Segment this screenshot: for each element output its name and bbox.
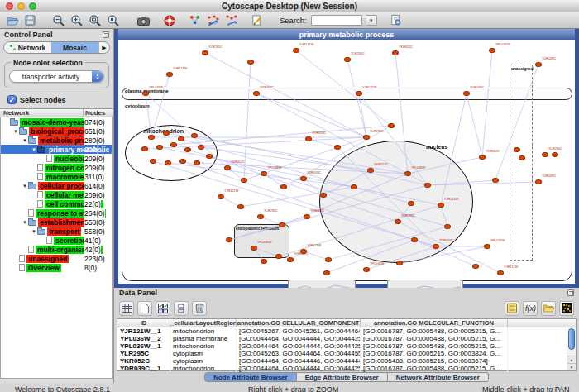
network-node[interactable] (492, 178, 499, 183)
tree-row[interactable]: cell communicat22(0) (1, 199, 112, 208)
network-node[interactable] (351, 184, 357, 189)
vizmapper-icon[interactable] (188, 13, 202, 27)
network-node[interactable] (218, 194, 224, 199)
network-node[interactable] (388, 123, 395, 128)
new-attribute-icon[interactable] (137, 301, 152, 316)
network-node[interactable] (535, 62, 542, 67)
matrix-view-icon[interactable] (559, 301, 574, 316)
network-node[interactable] (542, 152, 548, 157)
table-row[interactable]: YJR121W__1mitochondrion[GO:0045267, GO:0… (117, 327, 576, 335)
network-node[interactable] (519, 155, 525, 160)
table-column-header[interactable]: annotation.GO MOLECULAR_FUNCTION (361, 319, 508, 327)
tree-row[interactable]: ▼biological_process651(0) (1, 127, 112, 136)
attribute-pair-icon[interactable] (174, 301, 189, 316)
annotations-icon[interactable] (250, 13, 264, 27)
tree-row[interactable]: mosaic-demo-yeast874(0) (1, 117, 112, 127)
tree-row[interactable]: ▼metabolic process280(0) (1, 136, 112, 145)
network-node[interactable] (178, 136, 184, 141)
zoom-selected-icon[interactable] (106, 13, 120, 27)
table-column-header[interactable] (508, 319, 576, 327)
tree-row[interactable]: macromolecule311(0) (1, 172, 112, 181)
network-node[interactable] (395, 219, 401, 224)
network-node[interactable] (156, 145, 163, 150)
tree-row[interactable]: ▼cellular process614(0) (1, 181, 112, 190)
network-node[interactable] (184, 147, 191, 152)
minimize-button[interactable] (17, 2, 25, 10)
network-node[interactable] (261, 259, 267, 264)
network-node[interactable] (280, 184, 287, 189)
tree-col-network[interactable]: Network (0, 109, 84, 117)
tree-row[interactable]: ▼establishment of lo558(0) (1, 218, 112, 227)
search-dropdown-arrow[interactable]: ▼ (366, 15, 377, 26)
network-node[interactable] (424, 183, 431, 188)
network-node[interactable] (194, 160, 200, 165)
snapshot-icon[interactable] (136, 13, 151, 27)
tab-network[interactable]: Network (4, 42, 51, 53)
zoom-out-icon[interactable] (51, 13, 65, 27)
network-node[interactable] (293, 48, 299, 53)
network-node[interactable] (367, 168, 374, 173)
help-icon[interactable] (162, 13, 176, 27)
network-node[interactable] (344, 57, 351, 62)
table-column-header[interactable]: ID (117, 319, 170, 327)
network-node[interactable] (253, 91, 260, 96)
network-node[interactable] (433, 244, 439, 249)
network-node[interactable] (226, 237, 232, 242)
table-row[interactable]: YDR039C__1mitochondrion[GO:0044464, GO:0… (117, 365, 576, 372)
network-node[interactable] (489, 48, 495, 53)
network-node[interactable] (363, 267, 370, 272)
tree-row[interactable]: multi-organism pro42(0) (1, 245, 112, 254)
network-node[interactable] (141, 146, 148, 151)
zoom-fit-icon[interactable] (88, 13, 102, 27)
expand-arrow-icon[interactable]: ▼ (12, 129, 19, 134)
network-node[interactable] (166, 72, 173, 77)
zoom-in-icon[interactable] (69, 13, 84, 27)
scroll-up-arrow[interactable]: ▲ (567, 356, 576, 363)
network-canvas[interactable]: plasma membrane cytoplasm mitochondrion … (118, 40, 575, 284)
network-node[interactable] (444, 224, 451, 229)
tab-mosaic[interactable]: Mosaic (51, 42, 98, 53)
network-node[interactable] (334, 145, 341, 150)
network-node[interactable] (325, 257, 332, 262)
network-node[interactable] (304, 214, 310, 219)
network-node[interactable] (472, 264, 479, 269)
network-node[interactable] (287, 257, 294, 262)
table-row[interactable]: YPL036W__1mitochondrion[GO:0044464, GO:0… (117, 342, 576, 350)
network-node[interactable] (408, 201, 414, 206)
network-node[interactable] (224, 165, 231, 170)
network-node[interactable] (404, 171, 411, 176)
tree-col-nodes[interactable]: Nodes (84, 109, 113, 117)
network-node[interactable] (163, 131, 170, 136)
select-attributes-icon[interactable] (156, 301, 170, 316)
network-node[interactable] (148, 135, 155, 140)
table-column-header[interactable]: annotation.GO CELLULAR_COMPONENT (237, 319, 361, 327)
expand-arrow-icon[interactable]: ▼ (31, 147, 37, 152)
tree-row[interactable]: unassigned223(0) (1, 254, 112, 263)
tab-edge-attribute-browser[interactable]: Edge Attribute Browser (297, 372, 388, 382)
network-node[interactable] (320, 193, 327, 198)
tree-row[interactable]: nucleobase-209(0) (1, 154, 112, 163)
float-panel-icon[interactable] (567, 289, 574, 296)
tree-row[interactable]: nitrogen compo209(0) (1, 163, 112, 172)
tree-row[interactable]: cellular metabo209(0) (1, 190, 112, 199)
tab-network-attribute-browser[interactable]: Network Attribute Browser (388, 372, 489, 382)
select-nodes-checkbox[interactable]: ✓ (7, 95, 17, 104)
network-node[interactable] (170, 142, 177, 147)
save-session-icon[interactable] (23, 13, 37, 27)
network-node[interactable] (497, 270, 504, 275)
network-node[interactable] (463, 91, 470, 96)
network-node[interactable] (165, 160, 171, 165)
new-network-from-selection-icon[interactable] (224, 13, 238, 27)
network-node[interactable] (237, 204, 244, 209)
network-node[interactable] (305, 136, 312, 141)
notes-icon[interactable] (505, 301, 519, 316)
network-node[interactable] (241, 178, 247, 183)
network-node[interactable] (261, 171, 267, 176)
network-node[interactable] (198, 145, 204, 150)
network-node[interactable] (484, 244, 490, 249)
zoom-window-button[interactable] (29, 2, 36, 10)
network-node[interactable] (411, 237, 418, 242)
network-node[interactable] (279, 222, 285, 227)
network-node[interactable] (300, 176, 307, 181)
table-row[interactable]: YKR052Ccytoplasm[GO:0044464, GO:0044446,… (117, 357, 576, 365)
